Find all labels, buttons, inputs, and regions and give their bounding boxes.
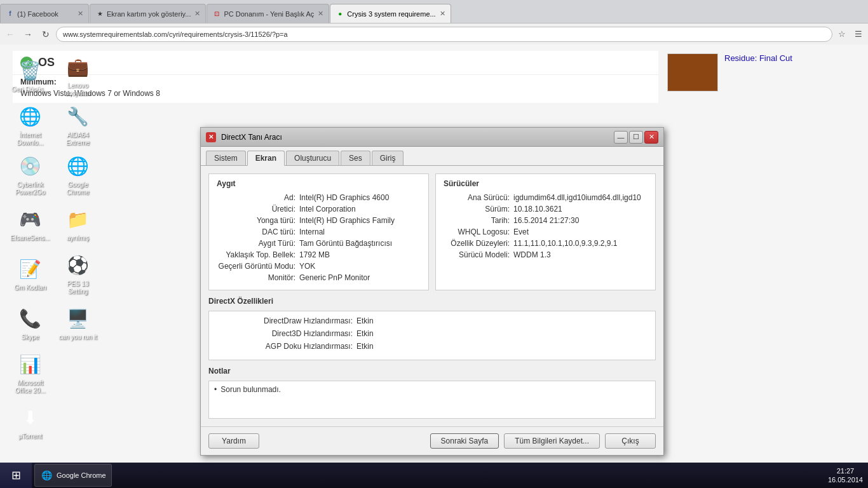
save-all-button[interactable]: Tüm Bilgileri Kaydet... — [504, 433, 600, 449]
feature-value-directdraw: Etkin — [356, 316, 374, 325]
icon-label-chrome: Google Chrome — [57, 181, 99, 196]
desktop-icon-canyourunit[interactable]: 🖥️ can you run it — [54, 299, 102, 348]
back-button[interactable]: ← — [3, 27, 18, 42]
icon-label-recycle: Geri Dönüş... — [11, 86, 49, 93]
device-value-uretici: Intel Corporation — [299, 205, 356, 214]
tab-favicon-crysis: ● — [336, 10, 344, 18]
directx-features-title: DirectX Özellikleri — [208, 297, 656, 306]
tab-close-crysis[interactable]: ✕ — [436, 10, 445, 18]
taskbar-chrome-icon: 🌐 — [40, 469, 53, 482]
icon-label-cyberlink: Cyberlink Power2Go — [9, 181, 51, 196]
device-label-uretici: Üretici: — [217, 205, 299, 214]
forward-button[interactable]: → — [20, 27, 36, 42]
icon-label-efsane: EfsaneSens... — [10, 234, 50, 242]
device-value-aygit: Tam Görüntü Bağdaştırıcısı — [299, 239, 392, 248]
driver-label-ozellik: Özellik Düzeyleri: — [444, 239, 513, 248]
browser-tab-crysis[interactable]: ● Crysis 3 system requireme... ✕ — [330, 4, 451, 23]
tab-label-facebook: (1) Facebook — [17, 10, 58, 18]
device-label-ad: Ad: — [217, 193, 299, 202]
refresh-button[interactable]: ↻ — [38, 27, 53, 42]
tabs-bar: f (1) Facebook ✕ ★ Ekran kartım yok göst… — [0, 0, 868, 23]
icon-label-canyourunit: can you run it — [58, 334, 97, 341]
browser-tab-donanim[interactable]: ⊡ PC Donanım - Yeni Başlık Aç ✕ — [207, 4, 329, 23]
driver-row-ozellik: Özellik Düzeyleri: 11.1,11.0,10.1,10.0,9… — [444, 239, 648, 248]
info-columns: Aygıt Ad: Intel(R) HD Graphics 4600 Üret… — [208, 173, 656, 290]
dialog-tab-ekran[interactable]: Ekran — [247, 151, 285, 166]
feature-label-direct3d: Direct3D Hızlandırması: — [217, 329, 356, 338]
desktop-icon-office[interactable]: 📊 Microsoft Office 20... — [6, 348, 54, 398]
game-title[interactable]: Residue: Final Cut — [724, 53, 792, 63]
device-row-ad: Ad: Intel(R) HD Graphics 4600 — [217, 193, 421, 202]
dialog-titlebar: ✕ DirectX Tanı Aracı — ☐ ✕ — [201, 128, 663, 147]
feature-value-direct3d: Etkin — [356, 329, 374, 338]
gmkodlari-icon: 📝 — [18, 256, 43, 281]
dialog-minimize-button[interactable]: — — [614, 131, 628, 144]
exit-button[interactable]: Çıkış — [605, 433, 656, 449]
tab-favicon-donanim: ⊡ — [212, 10, 221, 18]
device-info-panel: Aygıt Ad: Intel(R) HD Graphics 4600 Üret… — [208, 173, 429, 290]
notes-text: Sorun bulunmadı. — [220, 385, 281, 394]
desktop-icon-recycle[interactable]: 🗑️ Geri Dönüş... — [6, 51, 54, 100]
driver-label-whql: WHQL Logosu: — [444, 227, 513, 236]
desktop-icon-pes[interactable]: ⚽ PES 13 Setting — [54, 249, 102, 299]
tab-close-donanim[interactable]: ✕ — [314, 10, 323, 18]
driver-row-surum: Sürüm: 10.18.10.3621 — [444, 205, 648, 214]
driver-label-tarih: Tarih: — [444, 216, 513, 225]
office-icon: 📊 — [18, 351, 43, 377]
driver-value-tarih: 16.5.2014 21:27:30 — [513, 216, 579, 225]
tab-close-ekran[interactable]: ✕ — [191, 10, 200, 18]
dialog-buttons: Yardım Sonraki Sayfa Tüm Bilgileri Kayde… — [201, 426, 663, 455]
dialog-close-button[interactable]: ✕ — [644, 131, 658, 144]
tab-favicon-facebook: f — [6, 10, 15, 18]
desktop-icon-efsane[interactable]: 🎮 EfsaneSens... — [6, 200, 54, 249]
device-label-dac: DAC türü: — [217, 227, 299, 236]
canyourunit-icon: 🖥️ — [65, 306, 91, 331]
skype-icon: 📞 — [18, 306, 43, 331]
help-button[interactable]: Yardım — [208, 433, 259, 449]
driver-row-ana: Ana Sürücü: igdumdim64.dll,igd10iumd64.d… — [444, 193, 648, 202]
desktop-icon-chrome[interactable]: 🌐 Google Chrome — [54, 150, 102, 200]
feature-label-agp: AGP Doku Hızlandırması: — [217, 342, 356, 351]
dialog-tab-olusturucu[interactable]: Oluşturucu — [286, 151, 339, 165]
settings-icon[interactable]: ☰ — [851, 27, 865, 41]
desktop-icon-utorrent[interactable]: ⬇ µTorrent — [6, 398, 54, 447]
icon-label-pes: PES 13 Setting — [57, 280, 99, 295]
dialog-btn-group: Sonraki Sayfa Tüm Bilgileri Kaydet... Çı… — [430, 433, 656, 449]
device-label-yonga: Yonga türü: — [217, 216, 299, 225]
desktop-icon-lenovo[interactable]: 💼 Lenovo dosyaları — [54, 51, 102, 100]
device-value-bellek: 1792 MB — [299, 250, 330, 259]
dialog-maximize-button[interactable]: ☐ — [629, 131, 643, 144]
driver-value-ozellik: 11.1,11.0,10.1,10.0,9.3,9.2,9.1 — [513, 239, 617, 248]
webpage-right: Residue: Final Cut — [665, 51, 855, 103]
desktop-icon-aida64[interactable]: 🔧 AIDA64 Extreme — [54, 100, 102, 150]
bookmark-icon[interactable]: ☆ — [835, 27, 849, 41]
pes-icon: ⚽ — [65, 252, 91, 278]
tab-label-crysis: Crysis 3 system requireme... — [347, 10, 435, 18]
url-bar[interactable] — [56, 27, 832, 42]
desktop-icon-skype[interactable]: 📞 Skype — [6, 299, 54, 348]
start-button[interactable]: ⊞ — [0, 463, 32, 488]
device-row-dac: DAC türü: Internal — [217, 227, 421, 236]
browser-tab-ekran[interactable]: ★ Ekran kartım yok gösteriy... ✕ — [90, 4, 206, 23]
drivers-info-panel: Sürücüler Ana Sürücü: igdumdim64.dll,igd… — [435, 173, 656, 290]
directx-features-section: DirectX Özellikleri DirectDraw Hızlandır… — [208, 297, 656, 360]
next-page-button[interactable]: Sonraki Sayfa — [430, 433, 499, 449]
tab-label-ekran: Ekran kartım yok gösteriy... — [107, 10, 191, 18]
idm-icon: 🌐 — [18, 104, 43, 129]
browser-tab-facebook[interactable]: f (1) Facebook ✕ — [0, 4, 89, 23]
dialog-tab-sistem[interactable]: Sistem — [206, 151, 246, 165]
icon-label-skype: Skype — [22, 334, 39, 341]
taskbar-item-chrome[interactable]: 🌐 Google Chrome — [34, 464, 112, 487]
desktop-icon-idm[interactable]: 🌐 İnternet Downlo... — [6, 100, 54, 150]
dialog-tab-ses[interactable]: Ses — [341, 151, 370, 165]
notes-item: • Sorun bulunmadı. — [214, 384, 650, 395]
driver-value-model: WDDM 1.3 — [513, 250, 551, 259]
desktop-icon-ayrilmis[interactable]: 📁 ayrılmış — [54, 200, 102, 249]
minimum-label: Minimum: — [13, 75, 658, 89]
desktop-icon-cyberlink[interactable]: 💿 Cyberlink Power2Go — [6, 150, 54, 200]
desktop-icon-gmkodlari[interactable]: 📝 Gm Kodları — [6, 249, 54, 299]
aida64-icon: 🔧 — [65, 104, 91, 129]
dialog-tab-giris[interactable]: Giriş — [372, 151, 404, 165]
device-section-title: Aygıt — [217, 179, 421, 188]
tab-close-facebook[interactable]: ✕ — [74, 10, 83, 18]
